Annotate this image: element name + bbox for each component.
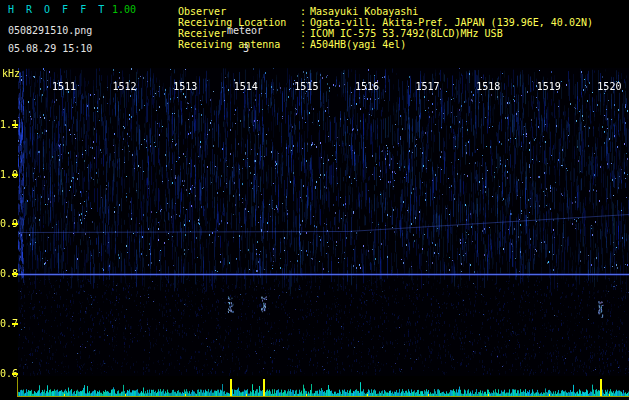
spectrogram-canvas xyxy=(18,68,629,376)
output-filename: 0508291510.png xyxy=(8,26,92,36)
freq-tick-label: 0.8 xyxy=(0,269,16,279)
info-colon: : xyxy=(300,7,310,17)
freq-tick-label: 0.7 xyxy=(0,319,16,329)
info-label: Receiving antenna xyxy=(178,40,300,50)
time-axis-line xyxy=(17,396,629,397)
info-row-location: Receiving Location:Ogata-vill. Akita-Pre… xyxy=(178,18,593,28)
info-row-observer: Observer:Masayuki Kobayashi xyxy=(178,7,418,17)
info-label: Receiving Location xyxy=(178,18,300,28)
app-title: H R O F F T xyxy=(8,5,107,15)
freq-tick-label: 1.0 xyxy=(0,170,16,180)
info-value: Masayuki Kobayashi xyxy=(310,6,418,17)
level-strip-left-axis xyxy=(17,377,18,397)
freq-axis-unit-label: kHz xyxy=(2,69,20,79)
observation-datetime: 05.08.29 15:10 xyxy=(8,44,92,54)
freq-tick-label: 1.1 xyxy=(0,120,16,130)
freq-tick-label: 0.9 xyxy=(0,219,16,229)
info-value: Ogata-vill. Akita-Pref. JAPAN (139.96E, … xyxy=(310,17,593,28)
hrofft-screen: H R O F F T 1.00 0508291510.png meteor 0… xyxy=(0,0,629,400)
info-row-receiver: Receiver:ICOM IC-575 53.7492(8LCD)MHz US… xyxy=(178,29,503,39)
info-value: ICOM IC-575 53.7492(8LCD)MHz USB xyxy=(310,28,503,39)
info-colon: : xyxy=(300,40,310,50)
info-label: Observer xyxy=(178,7,300,17)
info-row-antenna: Receiving antenna:A504HB(yagi 4el) xyxy=(178,40,406,50)
info-colon: : xyxy=(300,18,310,28)
info-colon: : xyxy=(300,29,310,39)
level-strip-canvas xyxy=(18,377,629,396)
info-label: Receiver xyxy=(178,29,300,39)
info-value: A504HB(yagi 4el) xyxy=(310,39,406,50)
app-version: 1.00 xyxy=(112,5,136,15)
freq-tick-label: 0.6 xyxy=(0,369,16,379)
